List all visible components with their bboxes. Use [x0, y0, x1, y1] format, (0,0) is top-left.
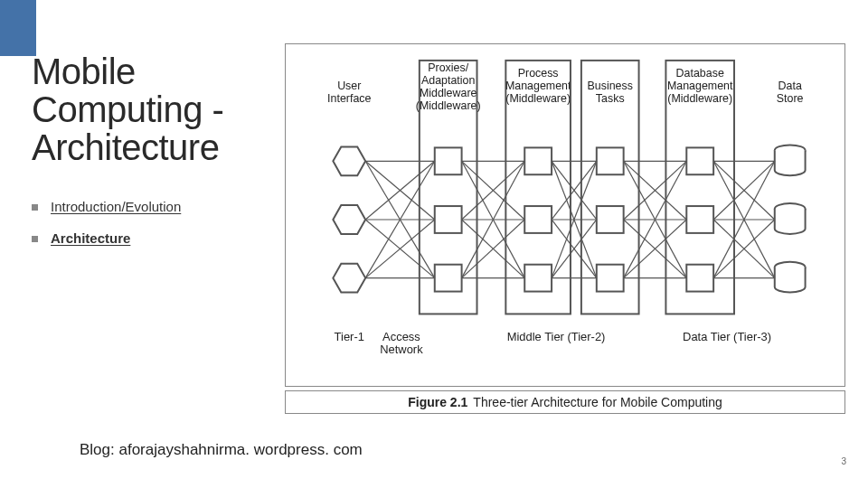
box-node [686, 265, 713, 292]
tier1-label: Tier-1 [335, 330, 364, 343]
page-number: 3 [841, 456, 846, 466]
bullet-marker-icon [32, 236, 38, 242]
hex-node [333, 205, 365, 234]
access-label: AccessNetwork [380, 330, 423, 356]
col-label-bt: BusinessTasks [588, 80, 633, 105]
col-label-ui: UserInterface [327, 80, 371, 105]
figure-caption: Figure 2.1 Three-tier Architecture for M… [285, 390, 845, 414]
svg-marker-0 [333, 146, 365, 175]
svg-marker-2 [333, 264, 365, 293]
svg-marker-1 [333, 205, 365, 234]
col-label-prox: Proxies/AdaptationMiddleware(Middleware) [416, 61, 481, 112]
cylinder-node [775, 145, 806, 175]
tier2-label: Middle Tier (Tier-2) [507, 330, 606, 343]
slide-title: Mobile Computing - Architecture [32, 52, 276, 166]
box-node [686, 147, 713, 174]
col-label-ds: DataStore [777, 80, 804, 105]
box-node [435, 265, 462, 292]
slide: Mobile Computing - Architecture Introduc… [0, 0, 868, 488]
box-node [524, 265, 552, 292]
col-label-dbm: DatabaseManagement(Middleware) [667, 67, 733, 105]
box-node [524, 147, 552, 174]
architecture-figure: UserInterface Proxies/AdaptationMiddlewa… [285, 43, 845, 387]
accent-bar [0, 0, 36, 56]
hex-node [333, 146, 365, 175]
col-label-pm: ProcessManagement(Middleware) [505, 67, 571, 105]
box-node [524, 206, 552, 233]
tier3-label: Data Tier (Tier-3) [683, 330, 771, 343]
box-node [686, 206, 713, 233]
footer-text: Blog: aforajayshahnirma. wordpress. com [80, 441, 363, 459]
box-node [597, 206, 624, 233]
box-node [597, 265, 624, 292]
caption-text: Three-tier Architecture for Mobile Compu… [473, 395, 722, 409]
hex-node [333, 264, 365, 293]
bullet-item: Architecture [32, 230, 267, 246]
bullet-item: Introduction/Evolution [32, 199, 267, 214]
architecture-svg: UserInterface Proxies/AdaptationMiddlewa… [286, 44, 844, 386]
cylinder-node [775, 262, 806, 293]
box-node [435, 147, 462, 174]
bullet-text: Introduction/Evolution [51, 199, 181, 214]
box-node [435, 206, 462, 233]
cylinder-node [775, 203, 806, 234]
caption-label: Figure 2.1 [408, 395, 467, 409]
bullet-marker-icon [32, 204, 38, 211]
bullet-list: Introduction/Evolution Architecture [32, 199, 267, 262]
bullet-text: Architecture [51, 230, 130, 246]
box-node [597, 147, 624, 174]
